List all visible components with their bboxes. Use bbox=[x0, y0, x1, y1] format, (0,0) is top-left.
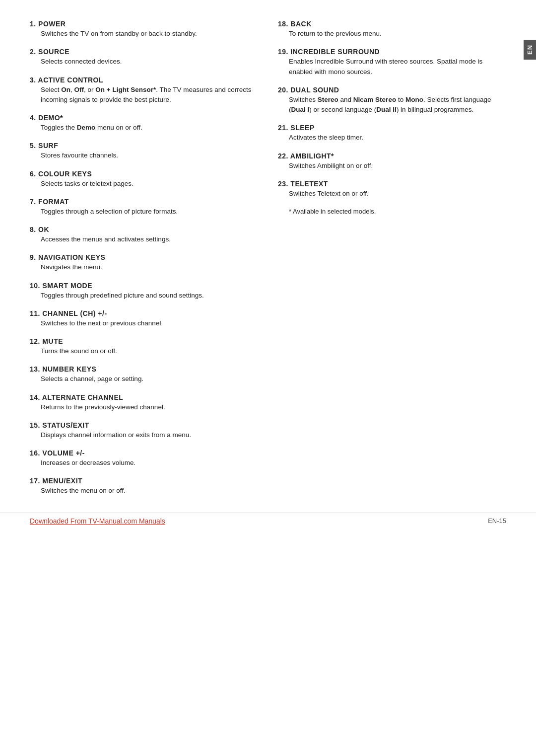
footnote: * Available in selected models. bbox=[278, 208, 506, 215]
left-item-1: 1. POWERSwitches the TV on from standby … bbox=[30, 20, 258, 39]
item-desc: Switches Teletext on or off. bbox=[278, 189, 506, 199]
item-title: 17. MENU/EXIT bbox=[30, 477, 258, 485]
item-desc: Stores favourite channels. bbox=[30, 151, 258, 160]
left-item-6: 6. COLOUR KEYSSelects tasks or teletext … bbox=[30, 170, 258, 189]
item-title: 5. SURF bbox=[30, 142, 258, 150]
item-title: 15. STATUS/EXIT bbox=[30, 421, 258, 429]
item-desc: Switches the TV on from standby or back … bbox=[30, 29, 258, 39]
left-item-14: 14. ALTERNATE CHANNELReturns to the prev… bbox=[30, 393, 258, 412]
item-desc: Accesses the menus and activates setting… bbox=[30, 234, 258, 244]
item-title: 19. INCREDIBLE SURROUND bbox=[278, 48, 506, 56]
left-item-9: 9. NAVIGATION KEYSNavigates the menu. bbox=[30, 253, 258, 272]
item-desc: Turns the sound on or off. bbox=[30, 346, 258, 356]
item-desc: Toggles the Demo menu on or off. bbox=[30, 123, 258, 133]
left-item-16: 16. VOLUME +/-Increases or decreases vol… bbox=[30, 449, 258, 468]
item-desc: Select On, Off, or On + Light Sensor*. T… bbox=[30, 85, 258, 105]
item-title: 9. NAVIGATION KEYS bbox=[30, 253, 258, 261]
item-title: 4. DEMO* bbox=[30, 114, 258, 122]
item-title: 14. ALTERNATE CHANNEL bbox=[30, 393, 258, 401]
right-item-6: 23. TELETEXTSwitches Teletext on or off. bbox=[278, 180, 506, 199]
item-desc: Switches Ambilight on or off. bbox=[278, 161, 506, 171]
right-column: 18. BACKTo return to the previous menu.1… bbox=[278, 20, 506, 505]
item-desc: Selects tasks or teletext pages. bbox=[30, 179, 258, 189]
right-item-1: 18. BACKTo return to the previous menu. bbox=[278, 20, 506, 39]
item-title: 20. DUAL SOUND bbox=[278, 86, 506, 94]
item-title: 3. ACTIVE CONTROL bbox=[30, 76, 258, 84]
right-item-4: 21. SLEEPActivates the sleep timer. bbox=[278, 124, 506, 143]
left-item-10: 10. SMART MODEToggles through predefined… bbox=[30, 282, 258, 301]
item-title: 23. TELETEXT bbox=[278, 180, 506, 188]
left-item-17: 17. MENU/EXITSwitches the menu on or off… bbox=[30, 477, 258, 496]
left-item-15: 15. STATUS/EXITDisplays channel informat… bbox=[30, 421, 258, 440]
item-desc: Increases or decreases volume. bbox=[30, 458, 258, 468]
footer-link[interactable]: Downloaded From TV-Manual.com Manuals bbox=[30, 517, 165, 525]
right-item-3: 20. DUAL SOUNDSwitches Stereo and Nicam … bbox=[278, 86, 506, 115]
item-desc: Toggles through a selection of picture f… bbox=[30, 207, 258, 217]
item-desc: Enables Incredible Surround with stereo … bbox=[278, 57, 506, 77]
item-title: 13. NUMBER KEYS bbox=[30, 365, 258, 373]
left-item-4: 4. DEMO*Toggles the Demo menu on or off. bbox=[30, 114, 258, 133]
item-desc: Toggles through predefined picture and s… bbox=[30, 291, 258, 301]
item-desc: Navigates the menu. bbox=[30, 262, 258, 272]
right-item-5: 22. AMBILIGHT*Switches Ambilight on or o… bbox=[278, 152, 506, 171]
left-item-11: 11. CHANNEL (CH) +/-Switches to the next… bbox=[30, 309, 258, 328]
side-tab: EN bbox=[524, 40, 536, 60]
left-item-8: 8. OKAccesses the menus and activates se… bbox=[30, 226, 258, 244]
right-item-2: 19. INCREDIBLE SURROUNDEnables Incredibl… bbox=[278, 48, 506, 77]
item-desc: Displays channel information or exits fr… bbox=[30, 430, 258, 440]
item-desc: Selects a channel, page or setting. bbox=[30, 374, 258, 384]
item-desc: Switches Stereo and Nicam Stereo to Mono… bbox=[278, 95, 506, 115]
item-title: 7. FORMAT bbox=[30, 198, 258, 206]
left-item-5: 5. SURFStores favourite channels. bbox=[30, 142, 258, 160]
two-column-layout: 1. POWERSwitches the TV on from standby … bbox=[30, 20, 506, 505]
item-title: 1. POWER bbox=[30, 20, 258, 28]
left-item-13: 13. NUMBER KEYSSelects a channel, page o… bbox=[30, 365, 258, 384]
left-item-12: 12. MUTETurns the sound on or off. bbox=[30, 337, 258, 356]
item-desc: To return to the previous menu. bbox=[278, 29, 506, 39]
item-desc: Returns to the previously-viewed channel… bbox=[30, 402, 258, 412]
item-title: 12. MUTE bbox=[30, 337, 258, 345]
item-title: 16. VOLUME +/- bbox=[30, 449, 258, 457]
item-title: 11. CHANNEL (CH) +/- bbox=[30, 309, 258, 317]
item-title: 10. SMART MODE bbox=[30, 282, 258, 290]
item-title: 18. BACK bbox=[278, 20, 506, 28]
footer-bar: Downloaded From TV-Manual.com Manuals EN… bbox=[0, 513, 536, 525]
item-desc: Activates the sleep timer. bbox=[278, 133, 506, 143]
item-title: 8. OK bbox=[30, 226, 258, 233]
left-item-7: 7. FORMATToggles through a selection of … bbox=[30, 198, 258, 217]
footer-page-number: EN-15 bbox=[488, 517, 506, 525]
item-title: 6. COLOUR KEYS bbox=[30, 170, 258, 178]
item-desc: Switches to the next or previous channel… bbox=[30, 318, 258, 328]
left-column: 1. POWERSwitches the TV on from standby … bbox=[30, 20, 258, 505]
item-title: 2. SOURCE bbox=[30, 48, 258, 56]
item-title: 21. SLEEP bbox=[278, 124, 506, 132]
left-item-2: 2. SOURCESelects connected devices. bbox=[30, 48, 258, 67]
item-desc: Switches the menu on or off. bbox=[30, 486, 258, 496]
left-item-3: 3. ACTIVE CONTROLSelect On, Off, or On +… bbox=[30, 76, 258, 105]
item-desc: Selects connected devices. bbox=[30, 57, 258, 67]
page-container: EN 1. POWERSwitches the TV on from stand… bbox=[0, 0, 536, 535]
item-title: 22. AMBILIGHT* bbox=[278, 152, 506, 160]
